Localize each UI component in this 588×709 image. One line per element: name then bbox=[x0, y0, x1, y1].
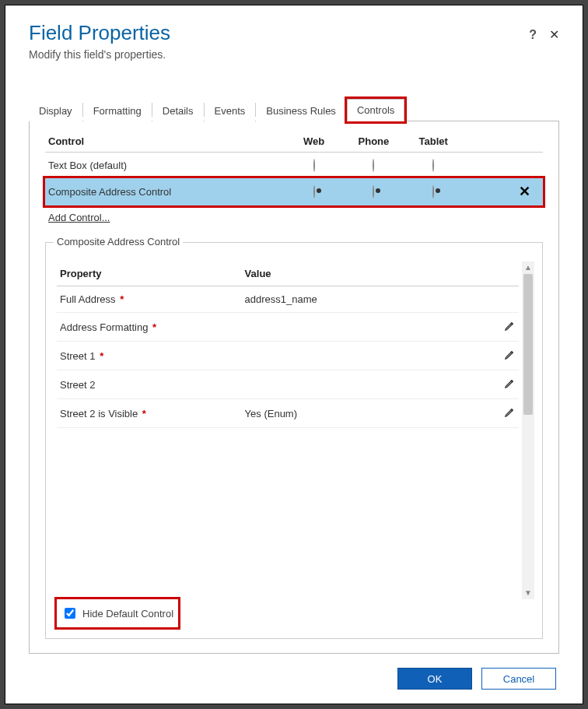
col-value: Value bbox=[242, 261, 473, 286]
field-properties-dialog: Field Properties ? ✕ Modify this field's… bbox=[5, 5, 583, 704]
radio-phone[interactable] bbox=[373, 185, 374, 198]
control-row-composite-address[interactable]: Composite Address Control ✕ bbox=[45, 178, 543, 205]
required-star-icon: * bbox=[139, 408, 146, 419]
col-phone: Phone bbox=[344, 135, 404, 153]
property-value bbox=[242, 370, 473, 399]
cancel-button[interactable]: Cancel bbox=[481, 668, 556, 690]
close-icon[interactable]: ✕ bbox=[549, 27, 559, 42]
scroll-up-icon[interactable]: ▲ bbox=[524, 261, 532, 274]
property-row: Street 2 is Visible *Yes (Enum) bbox=[57, 399, 519, 428]
fieldset-legend: Composite Address Control bbox=[54, 236, 183, 247]
tab-formatting[interactable]: Formatting bbox=[83, 100, 152, 121]
property-value: address1_name bbox=[242, 286, 473, 313]
dialog-footer: OK Cancel bbox=[29, 654, 559, 704]
controls-tab-panel: Control Web Phone Tablet Text Box (defau… bbox=[29, 121, 559, 654]
property-name: Street 2 is Visible * bbox=[57, 399, 242, 428]
tab-display[interactable]: Display bbox=[29, 100, 82, 121]
ok-button[interactable]: OK bbox=[397, 668, 472, 690]
col-control: Control bbox=[45, 135, 284, 153]
radio-phone[interactable] bbox=[373, 159, 374, 172]
col-web: Web bbox=[284, 135, 344, 153]
properties-table: Property Value Full Address *address1_na… bbox=[57, 261, 519, 428]
property-value bbox=[242, 313, 473, 342]
radio-web[interactable] bbox=[313, 159, 315, 172]
hide-default-control-label: Hide Default Control bbox=[82, 608, 173, 619]
add-control-link[interactable]: Add Control... bbox=[45, 205, 543, 223]
controls-table: Control Web Phone Tablet Text Box (defau… bbox=[45, 135, 543, 205]
dialog-subtitle: Modify this field's properties. bbox=[29, 48, 559, 61]
property-name: Street 1 * bbox=[57, 342, 242, 370]
property-row: Address Formatting * bbox=[57, 313, 519, 342]
radio-tablet[interactable] bbox=[432, 159, 434, 172]
hide-default-control-checkbox[interactable]: Hide Default Control bbox=[57, 599, 178, 627]
control-row-textbox[interactable]: Text Box (default) bbox=[45, 153, 543, 178]
edit-property-icon[interactable] bbox=[473, 342, 519, 370]
property-row: Full Address *address1_name bbox=[57, 286, 519, 313]
control-properties-fieldset: Composite Address Control Property Value bbox=[45, 242, 543, 639]
edit-property-icon[interactable] bbox=[473, 313, 519, 342]
hide-default-control-input[interactable] bbox=[65, 608, 75, 619]
tab-strip: Display Formatting Details Events Busine… bbox=[29, 98, 559, 121]
remove-control-icon[interactable]: ✕ bbox=[519, 184, 530, 199]
properties-scrollbar[interactable]: ▲ ▼ bbox=[522, 261, 534, 599]
control-name: Composite Address Control bbox=[45, 178, 284, 205]
tab-details[interactable]: Details bbox=[152, 100, 204, 121]
tab-controls[interactable]: Controls bbox=[347, 99, 404, 121]
property-row: Street 1 * bbox=[57, 342, 519, 370]
scroll-thumb[interactable] bbox=[523, 274, 533, 415]
required-star-icon: * bbox=[149, 321, 156, 333]
property-row: Street 2 bbox=[57, 370, 519, 399]
col-tablet: Tablet bbox=[404, 135, 464, 153]
required-star-icon: * bbox=[117, 293, 124, 305]
radio-tablet[interactable] bbox=[432, 185, 434, 198]
tab-events[interactable]: Events bbox=[205, 100, 256, 121]
property-value: Yes (Enum) bbox=[242, 399, 473, 428]
col-property: Property bbox=[57, 261, 242, 286]
dialog-title: Field Properties bbox=[29, 21, 529, 45]
control-name: Text Box (default) bbox=[45, 153, 284, 178]
tab-business-rules[interactable]: Business Rules bbox=[256, 100, 346, 121]
property-value bbox=[242, 342, 473, 370]
edit-property-icon[interactable] bbox=[473, 370, 519, 399]
property-name: Address Formatting * bbox=[57, 313, 242, 342]
edit-property-icon[interactable] bbox=[473, 399, 519, 428]
radio-web[interactable] bbox=[313, 185, 315, 198]
help-icon[interactable]: ? bbox=[529, 28, 537, 42]
property-name: Full Address * bbox=[57, 286, 242, 313]
scroll-down-icon[interactable]: ▼ bbox=[524, 587, 532, 599]
property-name: Street 2 bbox=[57, 370, 242, 399]
required-star-icon: * bbox=[97, 350, 104, 362]
